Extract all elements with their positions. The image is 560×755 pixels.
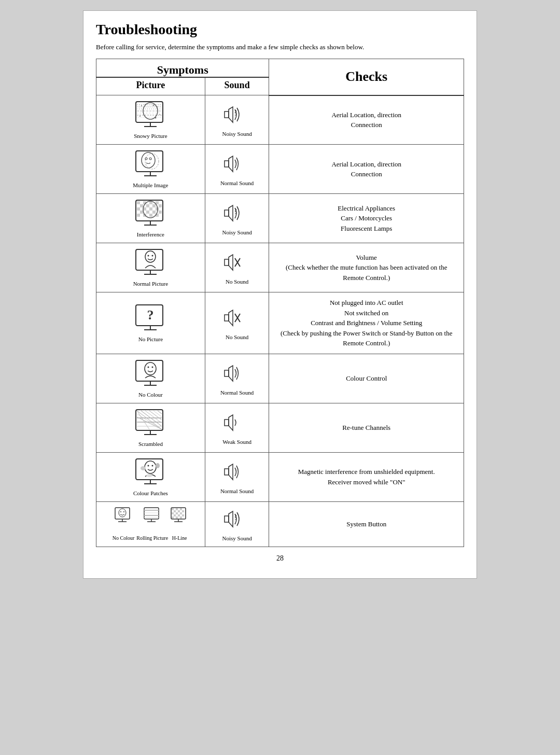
svg-rect-29	[225, 161, 229, 167]
svg-rect-74	[225, 315, 229, 321]
interference-picture-icon: Interference	[100, 199, 202, 237]
svg-marker-21	[229, 107, 233, 122]
page-number: 28	[96, 554, 464, 563]
svg-marker-57	[229, 205, 233, 221]
sound-cell: Noisy Sound	[205, 194, 269, 243]
check-item: Fluorescent Lamps	[276, 223, 456, 234]
svg-point-81	[148, 366, 149, 368]
svg-rect-135	[178, 510, 180, 512]
svg-rect-33	[137, 201, 140, 204]
svg-rect-20	[225, 111, 229, 118]
svg-rect-133	[180, 508, 182, 510]
svg-rect-139	[180, 512, 182, 514]
svg-rect-49	[137, 214, 140, 217]
svg-marker-30	[229, 156, 233, 172]
normal-picture-icon: Normal Picture	[100, 248, 202, 287]
table-row: ? No Picture No SoundNot plugged into AC…	[96, 292, 464, 354]
svg-rect-47	[152, 211, 156, 214]
page-title: Troubleshooting	[96, 21, 464, 38]
svg-rect-136	[182, 510, 184, 512]
colourpatches-picture-icon: Colour Patches	[100, 458, 202, 496]
picture-cell: ? No Picture	[96, 292, 205, 354]
intro-text: Before calling for service, determine th…	[96, 43, 464, 51]
svg-rect-140	[174, 514, 176, 516]
svg-point-108	[148, 465, 149, 466]
svg-rect-117	[115, 508, 130, 519]
svg-marker-116	[229, 464, 233, 480]
svg-rect-145	[180, 516, 182, 519]
svg-point-10	[141, 105, 142, 106]
svg-rect-138	[176, 512, 178, 514]
picture-cell: No Colour	[96, 354, 205, 403]
no-colour-icon: No Colour	[113, 507, 135, 541]
svg-point-26	[149, 158, 151, 160]
svg-point-111	[156, 463, 160, 468]
multiimage-picture-icon: Multiple Image	[100, 150, 202, 188]
picture-cell: No Colour Rolling Picture	[96, 501, 205, 547]
sound-icon: Noisy Sound	[208, 201, 266, 235]
svg-point-13	[153, 105, 155, 106]
svg-rect-37	[140, 204, 143, 207]
svg-point-11	[145, 104, 146, 105]
svg-point-62	[152, 255, 153, 257]
svg-rect-48	[159, 211, 162, 214]
table-row: No Colour Rolling Picture	[96, 501, 464, 547]
svg-rect-115	[225, 469, 229, 475]
check-item: Re-tune Channels	[276, 423, 456, 433]
sound-icon: Normal Sound	[208, 152, 266, 186]
checks-cell: Aerial Location, directionConnection	[269, 95, 464, 145]
troubleshooting-table: Symptoms Checks Picture Sound	[96, 59, 464, 547]
sound-cell: Normal Sound	[205, 452, 269, 501]
sound-cell: Weak Sound	[205, 403, 269, 452]
svg-point-112	[146, 474, 152, 477]
svg-point-14	[139, 116, 141, 117]
svg-marker-66	[229, 255, 233, 270]
sound-icon: Noisy Sound	[208, 103, 266, 137]
svg-point-119	[120, 511, 121, 512]
svg-rect-65	[225, 259, 229, 265]
check-item: Not plugged into AC outlet	[276, 298, 456, 308]
table-row: No Colour Normal SoundColour Control	[96, 354, 464, 403]
nopicture-picture-icon: ? No Picture	[100, 304, 202, 342]
check-item: Cars / Motorcycles	[276, 213, 456, 223]
table-row: Scrambled Weak SoundRe-tune Channels	[96, 403, 464, 452]
svg-rect-134	[174, 510, 176, 512]
sound-icon: No Sound	[208, 250, 266, 285]
svg-rect-39	[152, 204, 156, 207]
table-row: Colour Patches Normal SoundMagnetic inte…	[96, 452, 464, 501]
svg-point-25	[145, 158, 147, 160]
checks-cell: Electrical AppliancesCars / MotorcyclesF…	[269, 194, 464, 243]
sound-icon: Noisy Sound	[208, 507, 266, 541]
svg-point-15	[159, 114, 160, 115]
table-row: Snowy Picture Noisy SoundAerial Location…	[96, 95, 464, 145]
sound-icon: Normal Sound	[208, 361, 266, 396]
check-item: Connection	[276, 169, 456, 179]
svg-rect-137	[172, 512, 174, 514]
sound-icon: Normal Sound	[208, 460, 266, 494]
svg-rect-51	[149, 214, 152, 217]
picture-cell: Interference	[96, 194, 205, 243]
picture-cell: Colour Patches	[96, 452, 205, 501]
sound-cell: Noisy Sound	[205, 501, 269, 547]
svg-point-16	[148, 118, 149, 119]
svg-rect-45	[140, 211, 143, 214]
svg-point-82	[152, 366, 153, 368]
svg-marker-149	[229, 511, 233, 527]
checks-cell: Not plugged into AC outletNot switched o…	[269, 292, 464, 354]
sound-cell: Normal Sound	[205, 354, 269, 403]
svg-point-17	[155, 117, 157, 119]
sound-icon: Weak Sound	[208, 411, 266, 445]
table-row: Normal Picture No SoundVolume(Check whet…	[96, 243, 464, 292]
check-item: (Check whether the mute function has bee…	[276, 262, 456, 283]
svg-marker-86	[229, 366, 233, 381]
sound-icon: No Sound	[208, 306, 266, 340]
check-item: Volume	[276, 253, 456, 263]
check-item: (Check by pushing the Power Switch or St…	[276, 328, 456, 348]
svg-rect-1	[137, 103, 162, 121]
table-row: Interference Noisy SoundElectrical Appli…	[96, 194, 464, 243]
checks-cell: Volume(Check whether the mute function h…	[269, 243, 464, 292]
svg-rect-43	[149, 207, 152, 211]
check-item: Not switched on	[276, 308, 456, 318]
picture-cell: Normal Picture	[96, 243, 205, 292]
picture-cell: Snowy Picture	[96, 95, 205, 145]
